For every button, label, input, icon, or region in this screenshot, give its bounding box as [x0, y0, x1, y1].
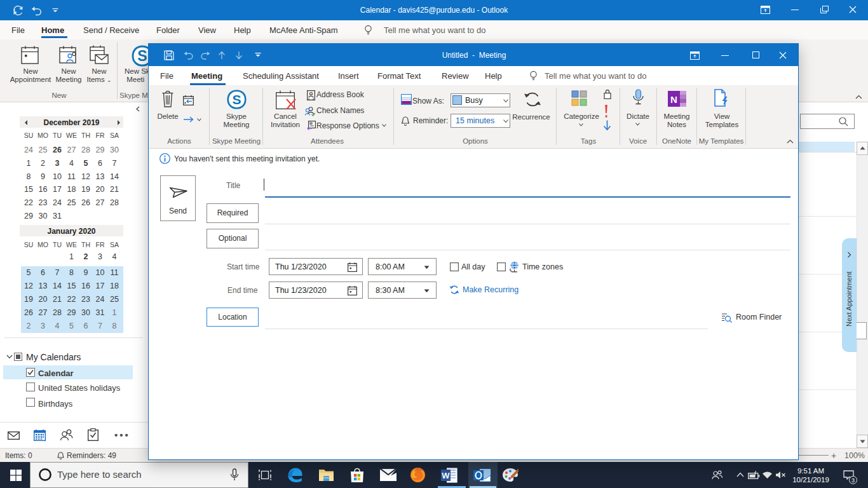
svg-text:S: S: [137, 48, 147, 64]
svg-text:W: W: [442, 471, 450, 480]
svg-text:S: S: [232, 92, 241, 107]
svg-text:N: N: [670, 94, 677, 105]
